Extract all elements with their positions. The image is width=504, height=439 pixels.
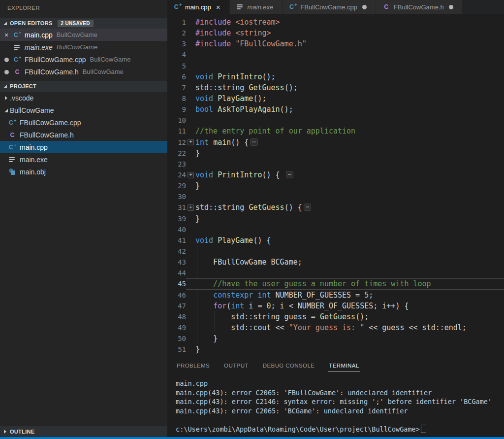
code-text: std::string GetGuess() {⋯	[195, 202, 504, 213]
fold-icon[interactable]: +	[186, 202, 195, 213]
code-text: void PlayGame() {	[195, 235, 504, 246]
panel-tab[interactable]: TERMINAL	[328, 358, 359, 372]
line-number: 7	[167, 82, 186, 93]
panel-tab[interactable]: PROBLEMS	[176, 358, 210, 372]
code-line: 30	[167, 191, 504, 202]
close-icon[interactable]: ×	[0, 32, 13, 38]
code-line-body: FBullCowGame BCGame;	[186, 257, 504, 268]
code-text: }	[195, 333, 504, 344]
tab-label: main.exe	[248, 3, 274, 11]
fold-icon[interactable]: +	[186, 137, 195, 148]
header-file-icon: C	[382, 3, 391, 11]
code-text	[195, 115, 504, 126]
line-number: 31	[167, 202, 186, 213]
file-name: main.cpp	[20, 143, 48, 151]
tree-item[interactable]: C+FBullCowGame.cpp	[0, 116, 167, 129]
editor-tab[interactable]: C+FBullCowGame.cpp	[283, 0, 376, 14]
project-header[interactable]: PROJECT	[0, 81, 167, 92]
tree-item[interactable]: main.obj	[0, 166, 167, 178]
code-line-body	[186, 49, 504, 60]
fold-spacer	[186, 213, 195, 224]
line-number: 23	[167, 159, 186, 169]
open-editor-item[interactable]: ×C+main.cppBullCowGame	[0, 29, 167, 41]
tree-item[interactable]: .vscode	[0, 92, 167, 104]
panel-tab-bar: PROBLEMSOUTPUTDEBUG CONSOLETERMINAL	[167, 356, 504, 374]
terminal-line: main.cpp(43): error C2065: 'FBullCowGame…	[176, 388, 504, 398]
code-line-body	[186, 246, 504, 257]
fold-plus-icon: +	[188, 204, 194, 211]
indent-guide	[215, 311, 215, 322]
dot	[4, 70, 9, 74]
file-name: BullCowGame	[10, 106, 54, 114]
tree-item[interactable]: CFBullCowGame.h	[0, 129, 167, 141]
line-number: 42	[167, 246, 186, 257]
cpp-file-icon: C+	[13, 31, 22, 39]
cpp-file-icon: C+	[288, 3, 297, 11]
editor-tab[interactable]: main.exe	[230, 0, 283, 14]
outline-header[interactable]: OUTLINE	[0, 426, 167, 437]
line-number: 12	[167, 137, 186, 148]
code-line-body: #include <string>	[186, 28, 504, 38]
terminal[interactable]: main.cppmain.cpp(43): error C2065: 'FBul…	[167, 374, 504, 434]
code-text: #include <iostream>	[195, 17, 504, 28]
cpp-file-icon: C+	[173, 3, 182, 11]
line-number: 22	[167, 148, 186, 159]
code-line-body	[186, 268, 504, 278]
chevron-right-icon	[2, 429, 9, 435]
obj-file-icon	[8, 168, 17, 176]
code-line: 31+std::string GetGuess() {⋯	[167, 202, 504, 213]
cpp-file-icon: C+	[13, 56, 22, 64]
code-line-body: }	[186, 180, 504, 191]
editor-tab[interactable]: C+main.cpp×	[167, 0, 229, 14]
code-line: 44	[167, 268, 504, 278]
close-tab-icon[interactable]: ×	[216, 3, 220, 11]
line-number: 2	[167, 28, 186, 38]
fold-spacer	[186, 322, 195, 333]
code-line: 9bool AskToPlayAgain();	[167, 104, 504, 115]
code-text: }	[195, 180, 504, 191]
open-editor-item[interactable]: main.exeBullCowGame	[0, 41, 167, 53]
line-number: 47	[167, 301, 186, 311]
code-text	[195, 224, 504, 235]
header-file-icon: C	[13, 68, 22, 76]
panel-tab[interactable]: DEBUG CONSOLE	[262, 358, 315, 372]
code-text: std::string guess = GetGuess();	[195, 311, 504, 322]
unsaved-count-badge: 2 UNSAVED	[58, 20, 94, 27]
editor-area: C+main.cpp×main.exeC+FBullCowGame.cppCFB…	[167, 0, 504, 437]
editor-tab[interactable]: CFBullCowGame.h	[376, 0, 462, 14]
sidebar-filler	[0, 178, 167, 426]
line-number: 8	[167, 93, 186, 104]
outline-title: OUTLINE	[10, 429, 34, 435]
open-editor-item[interactable]: CFBullCowGame.hBullCowGame	[0, 66, 167, 78]
tree-item[interactable]: C+main.cpp	[0, 141, 167, 153]
fold-spacer	[186, 278, 195, 289]
code-line: 22}	[167, 148, 504, 159]
fold-spacer	[186, 115, 195, 126]
project-tree: .vscodeBullCowGameC+FBullCowGame.cppCFBu…	[0, 92, 167, 178]
vscode-window: EXPLORER OPEN EDITORS 2 UNSAVED ×C+main.…	[0, 0, 504, 439]
code-text: int main() {⋯	[195, 137, 504, 148]
tree-item[interactable]: main.exe	[0, 153, 167, 166]
indent-guide	[197, 311, 197, 322]
tab-label: FBullCowGame.h	[394, 3, 444, 11]
file-name: .vscode	[10, 94, 33, 102]
code-line-body	[186, 115, 504, 126]
code-line-body: std::string GetGuess();	[186, 82, 504, 93]
code-line: 7std::string GetGuess();	[167, 82, 504, 93]
fold-spacer	[186, 301, 195, 311]
tree-item[interactable]: BullCowGame	[0, 104, 167, 116]
code-line: 5	[167, 61, 504, 71]
open-editor-item[interactable]: C+FBullCowGame.cppBullCowGame	[0, 53, 167, 66]
code-text	[195, 268, 504, 278]
line-number: 50	[167, 333, 186, 344]
code-text: }	[195, 344, 504, 355]
panel-tab[interactable]: OUTPUT	[223, 358, 249, 372]
open-editors-header[interactable]: OPEN EDITORS 2 UNSAVED	[0, 18, 167, 29]
fold-spacer	[186, 61, 195, 71]
fold-spacer	[186, 311, 195, 322]
line-number: 5	[167, 61, 186, 71]
code-line: 29}	[167, 180, 504, 191]
status-bar	[0, 437, 504, 439]
fold-icon[interactable]: +	[186, 169, 195, 180]
code-editor[interactable]: 1#include <iostream>2#include <string>3#…	[167, 14, 504, 356]
